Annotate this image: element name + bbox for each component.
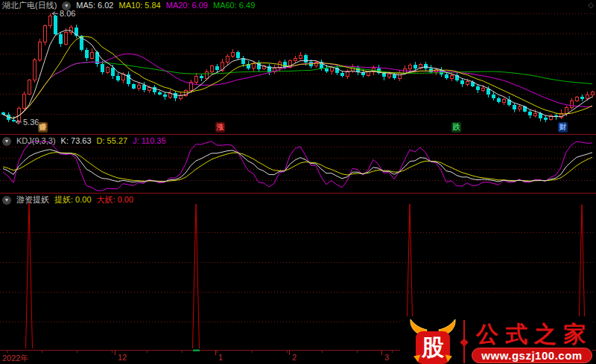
ma10-label: MA10: 5.84 bbox=[118, 1, 160, 10]
logo-text-block: 公式之家 www.gszj100.com bbox=[472, 322, 592, 364]
kdj-j-label: J: 110.35 bbox=[133, 136, 165, 146]
logo-character: 股 bbox=[416, 331, 450, 364]
watermark-stamp: 赚 bbox=[38, 122, 48, 132]
chevron-down-icon[interactable]: ▾ bbox=[2, 137, 11, 146]
indicator-label2: 大妖: 0.00 bbox=[97, 195, 134, 205]
indicator-panel-header: ▾ 游资提妖 提妖: 0.00 大妖: 0.00 bbox=[2, 195, 133, 205]
diamond-icon bbox=[460, 338, 468, 346]
axis-month-label: 1 bbox=[218, 353, 223, 362]
axis-year-label: 2022年 bbox=[2, 353, 28, 364]
stock-chart-window: 8.065.36 湖北广电(日线) ▾ MA5: 6.02 MA10: 5.84… bbox=[0, 0, 596, 364]
ma60-label: MA60: 6.49 bbox=[213, 1, 255, 10]
watermark-stamp: 跌 bbox=[451, 122, 461, 132]
brand-name: 公式之家 bbox=[472, 322, 592, 345]
watermark-stamp: 财 bbox=[558, 122, 568, 132]
axis-month-label: 2 bbox=[292, 353, 297, 362]
main-panel-header: 湖北广电(日线) ▾ MA5: 6.02 MA10: 5.84 MA20: 6.… bbox=[2, 1, 255, 10]
svg-text:5.36: 5.36 bbox=[23, 118, 39, 127]
indicator-title: 游资提妖 bbox=[16, 195, 49, 205]
kdj-d-label: D: 55.27 bbox=[97, 136, 128, 146]
gszj-logo[interactable]: 股 公式之家 www.gszj100.com bbox=[400, 316, 592, 364]
website-url[interactable]: www.gszj100.com bbox=[472, 348, 592, 363]
chevron-down-icon[interactable]: ▾ bbox=[62, 1, 71, 10]
ma20-label: MA20: 6.09 bbox=[166, 1, 208, 10]
kdj-k-label: K: 73.63 bbox=[61, 136, 92, 146]
kdj-title: KDJ(9,3,3) bbox=[16, 136, 56, 146]
ma5-label: MA5: 6.02 bbox=[76, 1, 113, 10]
chevron-down-icon[interactable]: ▾ bbox=[2, 196, 11, 205]
stock-title: 湖北广电(日线) bbox=[2, 1, 57, 10]
kdj-panel-header: ▾ KDJ(9,3,3) K: 73.63 D: 55.27 J: 110.35 bbox=[2, 136, 166, 146]
axis-month-label: 12 bbox=[118, 353, 127, 362]
corner-diamond-icon[interactable]: ◇ bbox=[588, 1, 594, 9]
watermark-stamp: 涨 bbox=[215, 122, 225, 132]
logo-divider bbox=[463, 320, 465, 363]
bull-icon: 股 bbox=[408, 318, 458, 364]
indicator-label1: 提妖: 0.00 bbox=[54, 195, 92, 205]
axis-month-label: 3 bbox=[384, 353, 389, 362]
chart-canvas[interactable]: 8.065.36 bbox=[0, 0, 596, 364]
